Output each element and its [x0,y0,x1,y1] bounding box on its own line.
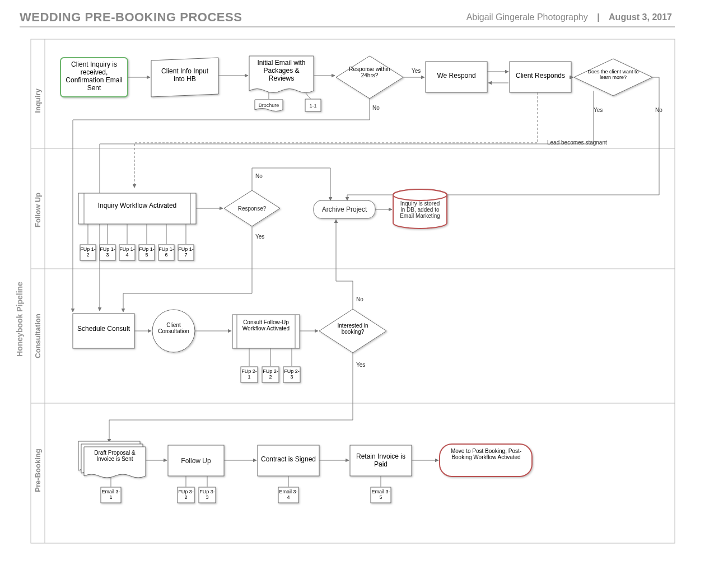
svg-text:No: No [372,105,380,111]
svg-text:Yes: Yes [594,107,603,113]
svg-text:No: No [255,173,263,179]
svg-point-72 [393,189,447,200]
pipeline-label: Honeybook Pipeline [15,282,24,357]
svg-text:Yes: Yes [356,362,365,368]
header-meta: Abigail Gingerale Photography | August 3… [466,12,672,22]
lane-followup: Follow Up [34,193,42,227]
flowchart-diagram: WEDDING PRE-BOOKING PROCESS Abigail Ging… [0,0,728,565]
svg-text:Brochure: Brochure [259,102,279,108]
svg-text:Yes: Yes [412,68,421,74]
lane-consultation: Consultation [34,314,42,358]
svg-text:No: No [655,107,662,113]
fup1-group: FUp 1-2 FUp 1-3 FUp 1-4 FUp 1-5 FUp 1-6 … [80,245,194,260]
svg-line-10 [305,92,311,99]
svg-text:Yes: Yes [255,234,264,240]
lane-inquiry: Inquiry [34,88,42,113]
svg-text:Archive Project: Archive Project [322,206,367,213]
svg-text:1-1: 1-1 [309,103,316,109]
svg-text:Follow Up: Follow Up [181,457,211,465]
svg-text:No: No [356,296,363,302]
lane-prebooking: Pre-Booking [34,449,42,492]
svg-text:Lead becomes stagnant: Lead becomes stagnant [547,139,607,146]
page-title: WEDDING PRE-BOOKING PROCESS [20,10,242,24]
svg-text:Response?: Response? [238,206,267,212]
